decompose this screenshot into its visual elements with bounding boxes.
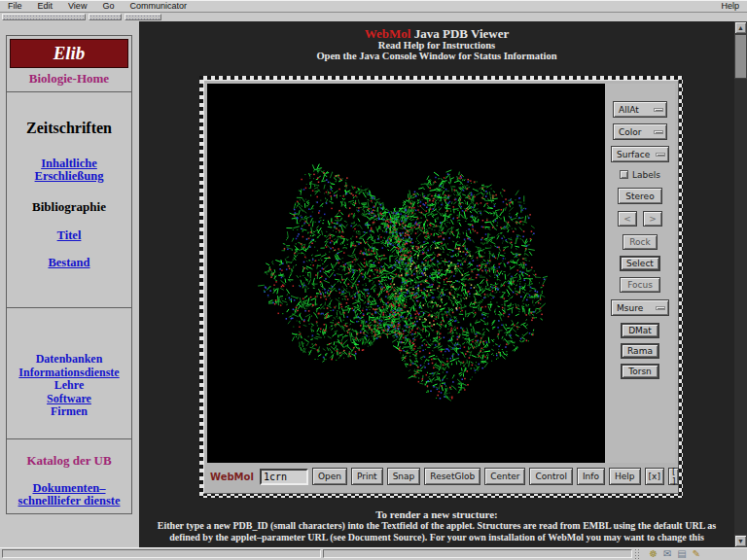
reset-glob-button[interactable]: ResetGlob xyxy=(424,468,480,485)
page-title-brand: WebMol xyxy=(365,26,411,41)
labels-checkbox-label: Labels xyxy=(632,170,660,180)
sidebar-frame: Elib Biologie-Home Zeitschriften Inhaltl… xyxy=(0,21,139,547)
rock-button[interactable]: Rock xyxy=(622,234,658,250)
choice-indicator-icon xyxy=(654,130,663,134)
menu-edit[interactable]: Edit xyxy=(30,1,61,11)
sidebar-link-inhaltliche-erschliessung[interactable]: Inhaltliche Erschließung xyxy=(7,158,131,183)
step-forward-button[interactable]: > xyxy=(643,211,662,227)
scrollbar-thumb[interactable] xyxy=(734,34,747,79)
progress-area xyxy=(2,549,321,558)
ramachandran-button[interactable]: Rama xyxy=(621,343,659,359)
sidebar-link-datenbanken[interactable]: Datenbanken xyxy=(7,353,131,367)
instructions-line2: Either type a new PDB_ID (small characte… xyxy=(139,520,734,531)
menu-help[interactable]: Help xyxy=(713,1,747,11)
sidebar-section-catalog: Katalog der UB Dokumenten– schnellliefer… xyxy=(7,438,131,516)
component-bar: ☸ ✉ ▤ ✎ xyxy=(643,548,706,559)
help-button[interactable]: Help xyxy=(609,468,641,485)
menu-file[interactable]: File xyxy=(0,1,30,11)
webmol-applet: AllAt Color Surface Labels Stereo < > Ro… xyxy=(199,76,683,498)
applet-toolbar: WebMol Open Print Snap ResetGlob Center … xyxy=(207,463,675,490)
status-message-area xyxy=(323,549,632,558)
measure-choice[interactable]: Msure xyxy=(611,299,669,316)
molecule-canvas[interactable] xyxy=(207,84,605,463)
scroll-up-icon[interactable]: ▲ xyxy=(734,21,747,34)
sidebar-link-informationsdienste[interactable]: Informationsdienste xyxy=(7,367,131,380)
sidebar-link-titel[interactable]: Titel xyxy=(7,229,131,242)
surface-choice[interactable]: Surface xyxy=(611,146,669,162)
sidebar-link-biologie-home[interactable]: Biologie-Home xyxy=(7,71,131,87)
applet-control-panel: AllAt Color Surface Labels Stereo < > Ro… xyxy=(605,84,675,463)
sidebar-link-bestand[interactable]: Bestand xyxy=(7,257,131,269)
select-button[interactable]: Select xyxy=(620,256,660,271)
sidebar-section-journals: Zeitschriften Inhaltliche Erschließung B… xyxy=(7,91,131,307)
status-bar: ☸ ✉ ▤ ✎ xyxy=(0,547,747,560)
main-scrollbar[interactable]: ▲ ▼ xyxy=(734,21,747,547)
print-button[interactable]: Print xyxy=(351,468,383,485)
discussions-icon[interactable]: ▤ xyxy=(677,548,686,559)
open-button[interactable]: Open xyxy=(312,468,347,485)
control-button[interactable]: Control xyxy=(529,468,573,485)
webmol-toolbar-label: WebMol xyxy=(210,472,254,482)
choice-indicator-icon xyxy=(656,306,665,310)
component-bar-grip[interactable] xyxy=(634,548,641,559)
color-choice[interactable]: Color xyxy=(613,123,667,140)
pdb-id-input[interactable] xyxy=(260,469,308,485)
journals-heading: Zeitschriften xyxy=(7,120,131,137)
page-title-rest: Java PDB Viewer xyxy=(410,26,509,41)
menu-bar: File Edit View Go Communicator Help xyxy=(0,0,747,13)
center-button[interactable]: Center xyxy=(484,468,525,485)
page-subtitle-help: Read Help for Instructions xyxy=(139,40,734,51)
sidebar-link-firmen[interactable]: Firmen xyxy=(7,405,131,419)
collapsed-navigation-toolbar-tab[interactable] xyxy=(2,14,86,20)
sidebar-section-home: Elib Biologie-Home xyxy=(7,39,131,91)
sidebar-link-lehre[interactable]: Lehre xyxy=(7,379,131,393)
navigator-icon[interactable]: ☸ xyxy=(649,548,658,559)
labels-checkbox[interactable] xyxy=(620,170,628,179)
molecule-viewport[interactable] xyxy=(207,84,605,463)
distance-matrix-button[interactable]: DMat xyxy=(621,323,659,338)
restore-button[interactable]: [ ] xyxy=(668,468,680,485)
focus-button[interactable]: Focus xyxy=(620,277,660,293)
composer-icon[interactable]: ✎ xyxy=(693,548,700,559)
instructions-heading: To render a new structure: xyxy=(139,508,734,520)
inbox-icon[interactable]: ✉ xyxy=(663,548,671,559)
menu-view[interactable]: View xyxy=(60,1,94,11)
atoms-choice[interactable]: AllAt xyxy=(613,101,667,118)
labels-checkbox-row: Labels xyxy=(620,169,660,180)
step-buttons-row: < > xyxy=(618,211,662,227)
sidebar-link-dokumenten-delivery-line2[interactable]: schnellliefer dienste xyxy=(7,495,131,508)
instructions-line3: defined by the applet–parameter URL (see… xyxy=(139,532,734,542)
scroll-down-icon[interactable]: ▼ xyxy=(734,535,747,547)
stereo-button[interactable]: Stereo xyxy=(618,188,662,204)
bibliographie-heading: Bibliographie xyxy=(7,199,131,215)
menu-go[interactable]: Go xyxy=(94,1,122,11)
elib-logo: Elib xyxy=(10,39,128,68)
main-content-frame: WebMol Java PDB Viewer Read Help for Ins… xyxy=(139,21,747,547)
sidebar-section-resources: Datenbanken Informationsdienste Lehre So… xyxy=(7,307,131,438)
info-button[interactable]: Info xyxy=(577,468,605,485)
choice-indicator-icon xyxy=(656,153,665,157)
snap-button[interactable]: Snap xyxy=(387,468,421,485)
collapsed-location-toolbar-tab[interactable] xyxy=(89,14,122,20)
katalog-heading: Katalog der UB xyxy=(7,453,131,469)
collapsed-toolbars-strip xyxy=(0,13,747,21)
page-subtitle-console: Open the Java Console Window for Status … xyxy=(139,51,734,61)
webmol-applet-panel: AllAt Color Surface Labels Stereo < > Ro… xyxy=(203,80,679,494)
choice-indicator-icon xyxy=(654,108,663,112)
maximize-button[interactable]: [x] xyxy=(645,468,664,485)
sidebar-link-software[interactable]: Software xyxy=(7,393,131,406)
torsion-button[interactable]: Torsn xyxy=(621,364,659,379)
sidebar-nav-box: Elib Biologie-Home Zeitschriften Inhaltl… xyxy=(6,35,132,514)
collapsed-personal-toolbar-tab[interactable] xyxy=(124,14,161,20)
menu-communicator[interactable]: Communicator xyxy=(122,1,195,11)
step-back-button[interactable]: < xyxy=(618,211,637,227)
